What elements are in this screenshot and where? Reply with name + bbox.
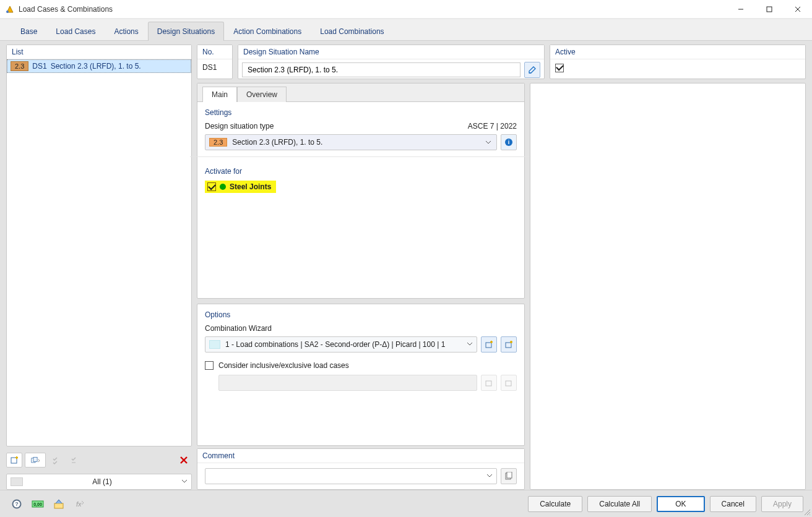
tab-load-cases[interactable]: Load Cases xyxy=(46,22,105,41)
svg-rect-17 xyxy=(486,381,491,386)
svg-text:?: ? xyxy=(15,501,19,507)
activate-section: Activate for Steel Joints xyxy=(197,161,524,198)
dst-chip: 2.3 xyxy=(209,138,227,147)
tab-base[interactable]: Base xyxy=(11,22,46,41)
help-button[interactable]: ? xyxy=(9,496,25,512)
list-row[interactable]: 2.3 DS1 Section 2.3 (LRFD), 1. to 5. xyxy=(7,59,191,73)
resize-grip[interactable] xyxy=(803,508,811,516)
svg-rect-26 xyxy=(54,503,63,508)
tab-design-situations[interactable]: Design Situations xyxy=(148,22,224,41)
rename-button[interactable] xyxy=(524,62,540,78)
tab-action-combinations[interactable]: Action Combinations xyxy=(224,22,311,41)
name-input[interactable] xyxy=(242,62,520,77)
design-situation-type-label: Design situation type xyxy=(205,122,274,130)
chevron-down-icon xyxy=(467,340,473,349)
consider-checkbox[interactable] xyxy=(205,361,214,370)
svg-point-16 xyxy=(510,341,512,343)
wizard-value: 1 - Load combinations | SA2 - Second-ord… xyxy=(225,340,462,349)
delete-item-button[interactable] xyxy=(176,453,192,468)
name-panel: Design Situation Name xyxy=(238,45,545,79)
wizard-edit-button[interactable] xyxy=(501,336,517,352)
chevron-down-icon xyxy=(484,139,493,145)
subtabs: MainOverview xyxy=(197,83,524,102)
design-situation-type-dropdown[interactable]: 2.3 Section 2.3 (LRFD), 1. to 5. xyxy=(205,134,497,150)
window-title: Load Cases & Combinations xyxy=(19,5,113,14)
svg-rect-7 xyxy=(33,457,37,461)
list-body[interactable]: 2.3 DS1 Section 2.3 (LRFD), 1. to 5. xyxy=(7,59,191,446)
settings-section: Settings Design situation type ASCE 7 | … xyxy=(197,102,524,153)
tab-load-combinations[interactable]: Load Combinations xyxy=(311,22,393,41)
list-filter-dropdown[interactable]: All (1) xyxy=(6,474,192,490)
name-header: Design Situation Name xyxy=(238,45,544,59)
svg-rect-14 xyxy=(486,343,491,348)
no-header: No. xyxy=(197,45,232,59)
dialog-footer: ? 0,00 fx Calculate Calculate All OK Can… xyxy=(0,490,812,517)
consider-edit-button xyxy=(501,375,517,391)
svg-rect-18 xyxy=(506,381,511,386)
no-value: DS1 xyxy=(197,59,232,75)
list-row-id: DS1 xyxy=(32,62,46,70)
check-all-button xyxy=(48,453,64,468)
titlebar: Load Cases & Combinations xyxy=(0,0,812,19)
dialog-window: Load Cases & Combinations BaseLoad Cases… xyxy=(0,0,812,517)
activate-label: Steel Joints xyxy=(230,182,271,191)
script-button[interactable]: fx xyxy=(72,496,88,512)
consider-new-button xyxy=(481,375,497,391)
comment-panel: Comment xyxy=(197,448,525,490)
apply-button: Apply xyxy=(761,496,803,512)
consider-dropdown xyxy=(218,375,477,391)
svg-text:0,00: 0,00 xyxy=(33,502,42,507)
subtab-overview[interactable]: Overview xyxy=(237,87,287,102)
svg-rect-20 xyxy=(507,472,512,478)
list-row-chip: 2.3 xyxy=(11,61,28,71)
design-code-label: ASCE 7 | 2022 xyxy=(468,122,517,130)
settings-title: Settings xyxy=(205,108,517,117)
comment-dropdown[interactable] xyxy=(205,468,497,484)
calculate-button[interactable]: Calculate xyxy=(528,496,582,512)
settings-button[interactable] xyxy=(51,496,67,512)
filter-text: All (1) xyxy=(27,477,178,486)
list-panel: List 2.3 DS1 Section 2.3 (LRFD), 1. to 5… xyxy=(6,45,192,446)
active-checkbox[interactable] xyxy=(555,64,564,72)
ok-button[interactable]: OK xyxy=(657,496,704,512)
svg-point-0 xyxy=(6,11,9,13)
copy-item-button[interactable] xyxy=(25,453,46,468)
cancel-button[interactable]: Cancel xyxy=(710,496,756,512)
uncheck-all-button xyxy=(67,453,83,468)
tab-actions[interactable]: Actions xyxy=(105,22,147,41)
dst-value: Section 2.3 (LRFD), 1. to 5. xyxy=(232,138,479,147)
combination-wizard-dropdown[interactable]: 1 - Load combinations | SA2 - Second-ord… xyxy=(205,336,477,352)
active-header: Active xyxy=(550,45,805,59)
svg-text:i: i xyxy=(508,139,510,145)
active-panel: Active xyxy=(550,45,806,79)
chevron-down-icon xyxy=(486,472,493,481)
units-button[interactable]: 0,00 xyxy=(30,496,46,512)
list-header: List xyxy=(7,45,191,59)
comment-title: Comment xyxy=(197,449,524,463)
wizard-label: Combination Wizard xyxy=(205,324,517,333)
calculate-all-button[interactable]: Calculate All xyxy=(587,496,652,512)
new-item-button[interactable] xyxy=(6,453,22,468)
svg-rect-15 xyxy=(506,343,511,348)
no-panel: No. DS1 xyxy=(197,45,233,79)
svg-rect-5 xyxy=(11,458,17,463)
comment-library-button[interactable] xyxy=(501,468,517,484)
maximize-button[interactable] xyxy=(755,0,784,19)
subtab-main[interactable]: Main xyxy=(202,87,237,102)
activate-steel-joints-row[interactable]: Steel Joints xyxy=(205,181,276,193)
status-dot-icon xyxy=(220,184,226,190)
svg-text:fx: fx xyxy=(76,500,82,508)
info-button[interactable]: i xyxy=(501,134,517,150)
options-title: Options xyxy=(205,310,517,319)
consider-label: Consider inclusive/exclusive load cases xyxy=(218,361,349,370)
filter-swatch xyxy=(11,477,23,486)
main-tabstrip: BaseLoad CasesActionsDesign SituationsAc… xyxy=(0,19,812,41)
activate-checkbox[interactable] xyxy=(207,182,216,191)
minimize-button[interactable] xyxy=(727,0,755,19)
list-toolbar xyxy=(6,450,192,470)
options-panel: Options Combination Wizard 1 - Load comb… xyxy=(197,304,525,446)
svg-rect-2 xyxy=(767,7,772,12)
preview-panel xyxy=(530,83,806,490)
wizard-new-button[interactable] xyxy=(481,336,497,352)
close-button[interactable] xyxy=(784,0,812,19)
